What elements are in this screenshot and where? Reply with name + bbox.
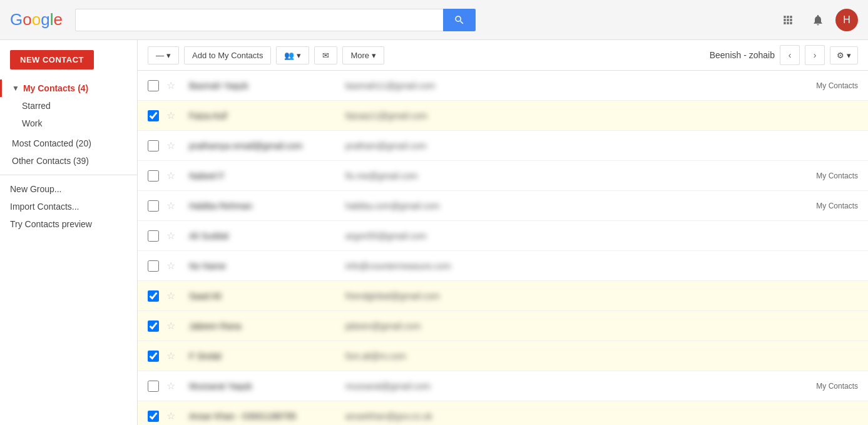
table-row[interactable]: ☆ Saad Ali friendglobal@gmail.com bbox=[138, 281, 868, 311]
contact-email: jabeen@gmail.com bbox=[345, 321, 858, 331]
contact-checkbox[interactable] bbox=[148, 110, 159, 121]
search-input[interactable] bbox=[75, 9, 443, 31]
group-dropdown-icon: ▾ bbox=[297, 51, 301, 60]
settings-button[interactable]: ⚙ ▾ bbox=[830, 46, 858, 64]
contact-name: No Name bbox=[189, 261, 345, 271]
email-button[interactable]: ✉ bbox=[314, 46, 337, 64]
contact-checkbox[interactable] bbox=[148, 140, 159, 151]
contact-tag: My Contacts bbox=[816, 81, 858, 90]
sidebar-item-my-contacts[interactable]: ▼ My Contacts (4) bbox=[0, 79, 137, 97]
toolbar: — ▾ Add to My Contacts 👥 ▾ ✉ More ▾ Been… bbox=[138, 40, 868, 71]
toolbar-right: Beenish - zohaib ‹ › ⚙ ▾ bbox=[710, 45, 858, 65]
group-button[interactable]: 👥 ▾ bbox=[276, 46, 309, 64]
star-icon[interactable]: ☆ bbox=[166, 350, 179, 362]
contact-email: habiba.com@gmail.com bbox=[345, 201, 811, 211]
select-dropdown-icon: ▾ bbox=[166, 51, 171, 60]
sidebar-link-new-group[interactable]: New Group... bbox=[0, 180, 137, 198]
sidebar-item-other-contacts[interactable]: Other Contacts (39) bbox=[0, 152, 137, 170]
contact-checkbox[interactable] bbox=[148, 351, 159, 362]
contact-name: Basmah Yaqub bbox=[189, 81, 345, 91]
group-icon: 👥 bbox=[284, 51, 294, 60]
gear-icon: ⚙ bbox=[837, 51, 844, 60]
add-contacts-button[interactable]: Add to My Contacts bbox=[184, 46, 271, 64]
table-row[interactable]: ☆ Mussarat Yaqub mussarat@gmail.com My C… bbox=[138, 371, 868, 401]
my-contacts-count: (4) bbox=[78, 83, 88, 93]
star-icon[interactable]: ☆ bbox=[166, 410, 179, 422]
contact-name: Mussarat Yaqub bbox=[189, 381, 345, 391]
sidebar-link-preview[interactable]: Try Contacts preview bbox=[0, 215, 137, 233]
more-button[interactable]: More ▾ bbox=[342, 46, 384, 64]
table-row[interactable]: ☆ Habiba Rehman habiba.com@gmail.com My … bbox=[138, 191, 868, 221]
contact-checkbox[interactable] bbox=[148, 411, 159, 422]
star-icon[interactable]: ☆ bbox=[166, 320, 179, 332]
contact-name: Ansar Khan - 03001188795 bbox=[189, 411, 345, 421]
table-row[interactable]: ☆ Nabeel F fix.me@gmail.com My Contacts bbox=[138, 161, 868, 191]
contact-checkbox[interactable] bbox=[148, 290, 159, 302]
star-icon[interactable]: ☆ bbox=[166, 380, 179, 392]
select-all-button[interactable]: — ▾ bbox=[148, 46, 179, 64]
apps-icon-button[interactable] bbox=[775, 8, 800, 33]
user-avatar-button[interactable]: H bbox=[835, 9, 858, 31]
star-icon[interactable]: ☆ bbox=[166, 260, 179, 272]
more-label: More bbox=[350, 51, 369, 60]
contact-email: argon55@gmail.com bbox=[345, 231, 858, 241]
contact-checkbox[interactable] bbox=[148, 320, 159, 332]
star-icon[interactable]: ☆ bbox=[166, 79, 179, 92]
table-row[interactable]: ☆ Jabeen Rana jabeen@gmail.com bbox=[138, 311, 868, 341]
nav-prev-button[interactable]: ‹ bbox=[780, 45, 800, 65]
contact-name: Ali Suddal bbox=[189, 231, 345, 241]
work-label: Work bbox=[22, 118, 42, 128]
contact-name: Faiza Asif bbox=[189, 111, 345, 121]
sidebar-divider bbox=[0, 175, 137, 175]
contact-checkbox[interactable] bbox=[148, 80, 159, 91]
table-row[interactable]: ☆ No Name info@countermeasure.com bbox=[138, 251, 868, 281]
sidebar: NEW CONTACT ▼ My Contacts (4) Starred Wo… bbox=[0, 40, 138, 425]
table-row[interactable]: ☆ Basmah Yaqub basmah11@gmail.com My Con… bbox=[138, 71, 868, 101]
contact-checkbox[interactable] bbox=[148, 381, 159, 392]
table-row[interactable]: ☆ Faiza Asif faizaa11@gmail.com bbox=[138, 101, 868, 131]
table-row[interactable]: ☆ prathamya email@gmail.com pratham@gmai… bbox=[138, 131, 868, 161]
star-icon[interactable]: ☆ bbox=[166, 290, 179, 302]
contact-tag: My Contacts bbox=[816, 172, 858, 180]
notifications-icon-button[interactable] bbox=[805, 8, 830, 33]
star-icon[interactable]: ☆ bbox=[166, 230, 179, 242]
top-bar: Google H bbox=[0, 0, 868, 40]
search-button[interactable] bbox=[443, 9, 476, 31]
table-row[interactable]: ☆ Ansar Khan - 03001188795 ansarkhan@gov… bbox=[138, 401, 868, 425]
settings-dropdown-icon: ▾ bbox=[847, 51, 851, 60]
search-wrapper bbox=[75, 9, 476, 31]
contact-email: mussarat@gmail.com bbox=[345, 381, 811, 391]
contact-email: pratham@gmail.com bbox=[345, 141, 858, 151]
table-row[interactable]: ☆ Ali Suddal argon55@gmail.com bbox=[138, 221, 868, 251]
contact-name: Nabeel F bbox=[189, 171, 345, 181]
sidebar-item-most-contacted[interactable]: Most Contacted (20) bbox=[0, 135, 137, 152]
most-contacted-label: Most Contacted (20) bbox=[12, 138, 91, 148]
star-icon[interactable]: ☆ bbox=[166, 200, 179, 212]
nav-label: Beenish - zohaib bbox=[710, 50, 775, 60]
my-contacts-label: My Contacts bbox=[23, 83, 75, 93]
contact-name: Habiba Rehman bbox=[189, 201, 345, 211]
star-icon[interactable]: ☆ bbox=[166, 170, 179, 182]
contacts-list: ☆ Basmah Yaqub basmah11@gmail.com My Con… bbox=[138, 71, 868, 425]
google-logo: Google bbox=[10, 10, 63, 29]
contact-email: ansarkhan@gov.co.uk bbox=[345, 411, 858, 421]
contact-name: Saad Ali bbox=[189, 291, 345, 301]
table-row[interactable]: ☆ F Sindal fsm.ali@m.com bbox=[138, 341, 868, 371]
contact-tag: My Contacts bbox=[816, 382, 858, 391]
nav-next-button[interactable]: › bbox=[805, 45, 825, 65]
app-container: NEW CONTACT ▼ My Contacts (4) Starred Wo… bbox=[0, 40, 868, 425]
star-icon[interactable]: ☆ bbox=[166, 110, 179, 122]
starred-label: Starred bbox=[22, 101, 51, 111]
contact-name: F Sindal bbox=[189, 351, 345, 361]
new-contact-button[interactable]: NEW CONTACT bbox=[10, 50, 94, 69]
contact-checkbox[interactable] bbox=[148, 230, 159, 242]
contact-checkbox[interactable] bbox=[148, 260, 159, 272]
sidebar-item-starred[interactable]: Starred bbox=[0, 97, 137, 115]
more-dropdown-icon: ▾ bbox=[372, 51, 376, 60]
contact-name: Jabeen Rana bbox=[189, 321, 345, 331]
star-icon[interactable]: ☆ bbox=[166, 140, 179, 152]
contact-checkbox[interactable] bbox=[148, 170, 159, 182]
sidebar-link-import[interactable]: Import Contacts... bbox=[0, 198, 137, 215]
sidebar-item-work[interactable]: Work bbox=[0, 115, 137, 132]
contact-checkbox[interactable] bbox=[148, 200, 159, 212]
